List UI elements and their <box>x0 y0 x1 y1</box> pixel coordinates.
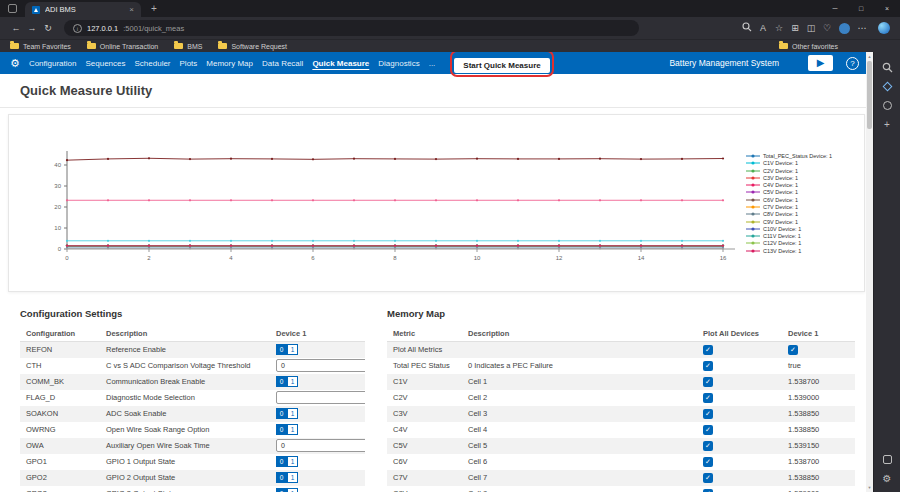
more-menu-icon[interactable]: ⋯ <box>854 23 870 33</box>
run-button[interactable]: ▶ <box>808 55 833 71</box>
settings-gear-icon[interactable]: ⚙ <box>883 473 892 484</box>
nav-item-scheduler[interactable]: Scheduler <box>135 59 171 68</box>
plot-all-checkbox[interactable]: ✓ <box>703 393 713 403</box>
search-icon[interactable] <box>882 62 893 73</box>
site-info-icon[interactable]: i <box>73 24 82 33</box>
nav-item-diagnostics[interactable]: Diagnostics <box>378 59 419 68</box>
legend-item[interactable]: C9V Device: 1 <box>746 219 864 225</box>
favorites-bar-item[interactable]: BMS <box>174 43 202 50</box>
plot-all-checkbox[interactable]: ✓ <box>703 457 713 467</box>
input-flag-d[interactable] <box>276 391 365 404</box>
tools-icon[interactable] <box>883 454 892 465</box>
help-icon[interactable]: ? <box>846 57 859 70</box>
nav-item-more[interactable]: ... <box>429 59 436 68</box>
config-row: GPO2GPIO 2 Output State01 <box>20 470 365 486</box>
shopping-icon[interactable] <box>884 81 891 92</box>
legend-item[interactable]: C13V Device: 1 <box>746 248 864 254</box>
nav-item-sequences[interactable]: Sequences <box>85 59 125 68</box>
scroll-up-icon[interactable]: ▲ <box>868 52 872 61</box>
favorites-bar-item[interactable]: Team Favorites <box>10 43 71 50</box>
toggle-soakon: 01 <box>276 408 298 419</box>
toggle-option-1[interactable]: 1 <box>287 408 298 419</box>
toggle-option-1[interactable]: 1 <box>287 456 298 467</box>
favorites-star-icon[interactable]: ☆ <box>771 23 787 33</box>
toggle-option-0[interactable]: 0 <box>276 344 287 355</box>
plot-all-checkbox[interactable]: ✓ <box>703 441 713 451</box>
split-screen-icon[interactable]: ◫ <box>803 23 819 33</box>
toggle-option-0[interactable]: 0 <box>276 424 287 435</box>
legend-marker <box>746 182 760 188</box>
favorites-bar-item[interactable]: Online Transaction <box>87 43 158 50</box>
toggle-option-0[interactable]: 0 <box>276 456 287 467</box>
svg-text:4: 4 <box>229 255 233 261</box>
favorites-bar-item[interactable]: Software Request <box>218 43 287 50</box>
refresh-icon[interactable]: ↻ <box>40 23 56 33</box>
nav-item-configuration[interactable]: Configuration <box>29 59 77 68</box>
config-name: FLAG_D <box>20 390 100 406</box>
legend-item[interactable]: C5V Device: 1 <box>746 189 864 195</box>
toggle-option-1[interactable]: 1 <box>287 488 298 492</box>
gear-icon[interactable]: ⚙ <box>10 57 20 70</box>
plot-all-checkbox[interactable]: ✓ <box>703 345 713 355</box>
profile-avatar[interactable] <box>839 23 850 34</box>
plot-all-checkbox[interactable]: ✓ <box>703 361 713 371</box>
discover-icon[interactable] <box>883 100 892 111</box>
copilot-icon[interactable] <box>878 22 890 34</box>
plot-all-checkbox[interactable]: ✓ <box>703 425 713 435</box>
nav-item-quick-measure[interactable]: Quick Measure <box>312 59 369 68</box>
tab-actions-icon[interactable] <box>8 4 17 13</box>
read-aloud-icon[interactable]: A <box>755 23 771 33</box>
legend-item[interactable]: Total_PEC_Status Device: 1 <box>746 153 864 159</box>
maximize-button[interactable]: □ <box>848 0 874 17</box>
legend-item[interactable]: C7V Device: 1 <box>746 204 864 210</box>
forward-icon[interactable]: → <box>24 23 40 33</box>
device1-checkbox[interactable]: ✓ <box>788 345 798 355</box>
legend-item[interactable]: C2V Device: 1 <box>746 168 864 174</box>
toggle-option-0[interactable]: 0 <box>276 488 287 492</box>
metric-desc <box>462 342 697 358</box>
new-tab-button[interactable]: + <box>151 3 157 14</box>
browser-tab[interactable]: ADI BMS × <box>25 2 141 17</box>
legend-item[interactable]: C11V Device: 1 <box>746 233 864 239</box>
toggle-option-1[interactable]: 1 <box>287 376 298 387</box>
tab-close-icon[interactable]: × <box>129 5 134 14</box>
plot-all-checkbox[interactable]: ✓ <box>703 473 713 483</box>
legend-item[interactable]: C12V Device: 1 <box>746 241 864 247</box>
minimize-button[interactable]: ─ <box>822 0 848 17</box>
legend-item[interactable]: C6V Device: 1 <box>746 197 864 203</box>
memory-row: C8VCell 8✓1.539000 <box>387 486 855 492</box>
toggle-option-1[interactable]: 1 <box>287 424 298 435</box>
legend-item[interactable]: C4V Device: 1 <box>746 182 864 188</box>
legend-item[interactable]: C10V Device: 1 <box>746 226 864 232</box>
legend-item[interactable]: C1V Device: 1 <box>746 160 864 166</box>
plot-all-checkbox[interactable]: ✓ <box>703 377 713 387</box>
start-quick-measure-button[interactable]: Start Quick Measure <box>454 58 549 73</box>
select-cth[interactable]: 0▾ <box>276 359 365 372</box>
plot-all-checkbox[interactable]: ✓ <box>703 409 713 419</box>
scroll-down-icon[interactable]: ▼ <box>868 483 872 492</box>
browser-essentials-icon[interactable]: ♡ <box>819 23 835 33</box>
toggle-option-0[interactable]: 0 <box>276 472 287 483</box>
zoom-icon[interactable] <box>739 22 755 34</box>
toggle-option-1[interactable]: 1 <box>287 344 298 355</box>
select-owa[interactable]: 0▾ <box>276 439 365 452</box>
back-icon[interactable]: ← <box>8 23 24 33</box>
nav-item-plots[interactable]: Plots <box>180 59 198 68</box>
nav-item-data-recall[interactable]: Data Recall <box>262 59 303 68</box>
device1-cell: 1.539150 <box>782 438 855 454</box>
add-sidebar-icon[interactable]: + <box>884 119 890 130</box>
collections-icon[interactable]: ⊞ <box>787 23 803 33</box>
toggle-option-1[interactable]: 1 <box>287 472 298 483</box>
plot-all-checkbox[interactable]: ✓ <box>703 489 713 492</box>
legend-item[interactable]: C3V Device: 1 <box>746 175 864 181</box>
toggle-option-0[interactable]: 0 <box>276 376 287 387</box>
toggle-option-0[interactable]: 0 <box>276 408 287 419</box>
page-scrollbar[interactable]: ▲ ▼ <box>866 52 873 492</box>
scrollbar-thumb[interactable] <box>867 61 872 129</box>
other-favorites[interactable]: Other favorites <box>779 43 838 50</box>
address-bar[interactable]: i 127.0.0.1:5001/quick_meas <box>64 20 639 36</box>
close-button[interactable]: × <box>874 0 900 17</box>
browser-window: ADI BMS × + ─ □ × ← → ↻ i 127.0.0.1:5001… <box>0 0 900 492</box>
legend-item[interactable]: C8V Device: 1 <box>746 211 864 217</box>
nav-item-memory-map[interactable]: Memory Map <box>206 59 253 68</box>
